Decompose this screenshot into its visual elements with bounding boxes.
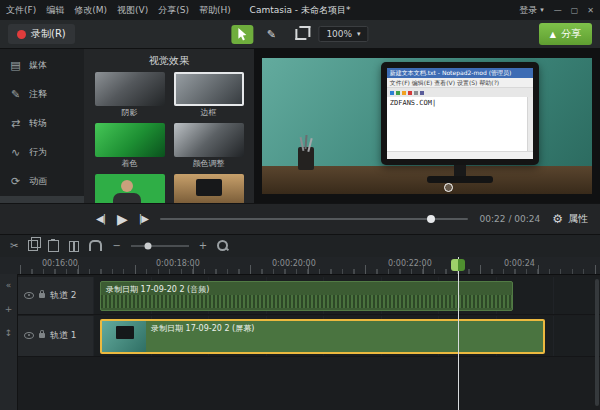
- menu-modify[interactable]: 修改(M): [74, 4, 107, 17]
- eye-icon[interactable]: [24, 292, 34, 299]
- timeline-zoom-slider[interactable]: [131, 245, 189, 247]
- lock-icon[interactable]: [39, 293, 45, 298]
- track-header-1: 轨道 1: [18, 316, 93, 357]
- effect-item-remove-color[interactable]: 删除颜色: [94, 174, 165, 203]
- sidebar-item-annotations[interactable]: ✎ 注释: [0, 80, 84, 109]
- sidebar-item-media[interactable]: ▤ 媒体: [0, 51, 84, 80]
- play-button[interactable]: ▶: [117, 211, 127, 227]
- playhead-in-handle[interactable]: [451, 259, 458, 271]
- minimize-button[interactable]: —: [554, 6, 562, 15]
- effect-label: 阴影: [122, 108, 138, 118]
- effect-label: 颜色调整: [193, 159, 225, 169]
- effect-label: 边框: [201, 108, 217, 118]
- clip-label: 录制日期 17-09-20 2 (屏幕): [146, 321, 259, 352]
- split-button[interactable]: [69, 241, 79, 250]
- circle-shape: [450, 122, 464, 136]
- person-torso-shape: [113, 193, 141, 203]
- seek-slider[interactable]: [160, 218, 468, 220]
- menu-help[interactable]: 帮助(H): [199, 4, 231, 17]
- menu-view[interactable]: 视图(V): [117, 4, 148, 17]
- zoom-out-button[interactable]: −: [112, 240, 120, 251]
- menu-share[interactable]: 分享(S): [158, 4, 189, 17]
- copy-button[interactable]: [28, 240, 38, 251]
- toolbar-icon: [396, 91, 400, 95]
- effect-item-shadow[interactable]: 阴影: [94, 72, 165, 118]
- timeline-zoom-handle[interactable]: [145, 242, 152, 249]
- eye-icon[interactable]: [24, 332, 34, 339]
- time-current: 00:22: [480, 214, 506, 224]
- gear-icon: ⚙: [552, 212, 563, 226]
- zoom-in-button[interactable]: +: [199, 240, 207, 251]
- magnet-button[interactable]: [89, 240, 102, 251]
- effect-item-color-adjust[interactable]: 颜色调整: [173, 123, 244, 169]
- circle-shape: [427, 122, 441, 136]
- menu-edit[interactable]: 编辑: [46, 4, 64, 17]
- crop-tool-button[interactable]: [289, 25, 311, 44]
- share-button[interactable]: ▲ 分享: [539, 23, 592, 45]
- canvas-zoom-dropdown[interactable]: 100% ▾: [318, 26, 368, 42]
- next-frame-button[interactable]: |▶: [139, 213, 148, 224]
- seek-handle[interactable]: [427, 215, 435, 223]
- sidebar-item-transitions[interactable]: ⇄ 转场: [0, 109, 84, 138]
- record-icon: [17, 30, 26, 39]
- properties-button[interactable]: ⚙ 属性: [552, 212, 588, 226]
- sidebar-item-label: 行为: [29, 146, 47, 159]
- share-arrow-icon: ▲: [550, 30, 556, 39]
- titlebar: 文件(F) 编辑 修改(M) 视图(V) 分享(S) 帮助(H) Camtasi…: [0, 0, 600, 20]
- magnifier-icon[interactable]: [217, 240, 228, 251]
- camtasia-window: 文件(F) 编辑 修改(M) 视图(V) 分享(S) 帮助(H) Camtasi…: [0, 0, 600, 410]
- notepad-menubar: 文件(F) 编辑(E) 查看(V) 设置(S) 帮助(?): [387, 78, 533, 88]
- timeline-toolbar: ✂ − +: [0, 234, 600, 257]
- add-track-icon[interactable]: +: [5, 304, 13, 314]
- sidebar-item-animations[interactable]: ⟳ 动画: [0, 167, 84, 196]
- effect-item-device-frame[interactable]: 设备框架: [173, 174, 244, 203]
- track-header-2: 轨道 2: [18, 277, 93, 315]
- annotation-icon: ✎: [9, 88, 22, 101]
- ruler-label: 0:00:24: [504, 259, 535, 268]
- border-thumbnail: [174, 72, 244, 106]
- ruler-label: 00:16:00: [42, 259, 78, 268]
- visual-effects-panel: 视觉效果 阴影 边框 着色 颜色调整: [84, 49, 254, 203]
- track-lane-1[interactable]: 录制日期 17-09-20 2 (屏幕): [93, 316, 600, 357]
- cut-button[interactable]: ✂: [10, 240, 18, 251]
- toolbar-icon: [402, 91, 406, 95]
- preview-canvas: 新建文本文档.txt - Notepad2-mod (管理员) 文件(F) 编辑…: [254, 49, 600, 203]
- media-icon: ▤: [9, 59, 22, 72]
- audio-clip[interactable]: 录制日期 17-09-20 2 (音频): [100, 281, 513, 311]
- effect-item-colorize[interactable]: 着色: [94, 123, 165, 169]
- paste-button[interactable]: [48, 240, 59, 252]
- track-lane-2[interactable]: 录制日期 17-09-20 2 (音频): [93, 277, 600, 315]
- annotation-tool-button[interactable]: ✎: [260, 25, 282, 44]
- playhead-out-handle[interactable]: [458, 259, 465, 271]
- previous-frame-button[interactable]: ◀|: [96, 213, 105, 224]
- canvas-selection-handle[interactable]: [444, 183, 453, 192]
- color-adjust-thumbnail: [174, 123, 244, 157]
- playhead-handle[interactable]: [451, 259, 465, 271]
- maximize-button[interactable]: ▢: [571, 6, 579, 15]
- timeline-scrollbar[interactable]: [595, 279, 599, 407]
- lock-icon[interactable]: [39, 333, 45, 338]
- track-height-icon[interactable]: ↕: [5, 328, 13, 338]
- pen-shape: [308, 138, 313, 152]
- sidebar-item-behaviors[interactable]: ∿ 行为: [0, 138, 84, 167]
- login-button[interactable]: 登录 ▾: [519, 4, 544, 17]
- collapse-tracks-icon[interactable]: «: [6, 280, 12, 290]
- effects-grid: 阴影 边框 着色 颜色调整: [84, 72, 254, 203]
- timeline: 00:16:00 0:00:18:00 0:00:20:00 0:00:22:0…: [0, 257, 600, 410]
- effect-item-border[interactable]: 边框: [173, 72, 244, 118]
- video-frame[interactable]: 新建文本文档.txt - Notepad2-mod (管理员) 文件(F) 编辑…: [262, 58, 592, 194]
- notepad-scrollbar: [527, 97, 533, 152]
- device-frame-thumbnail: [174, 174, 244, 203]
- shadow-thumbnail: [95, 72, 165, 106]
- monitor-shape: [196, 179, 222, 196]
- timeline-ruler[interactable]: 00:16:00 0:00:18:00 0:00:20:00 0:00:22:0…: [0, 257, 600, 275]
- toolbar-icon: [420, 91, 424, 95]
- animation-icon: ⟳: [9, 175, 22, 188]
- track-row-1: 轨道 1 录制日期 17-09-20 2 (屏幕): [18, 316, 600, 357]
- record-button[interactable]: 录制(R): [8, 24, 75, 44]
- chevron-down-icon: ▾: [357, 30, 361, 38]
- screen-clip-selected[interactable]: 录制日期 17-09-20 2 (屏幕): [100, 319, 545, 354]
- cursor-tool-button[interactable]: [231, 25, 253, 44]
- close-button[interactable]: ✕: [587, 6, 594, 15]
- menu-file[interactable]: 文件(F): [6, 4, 36, 17]
